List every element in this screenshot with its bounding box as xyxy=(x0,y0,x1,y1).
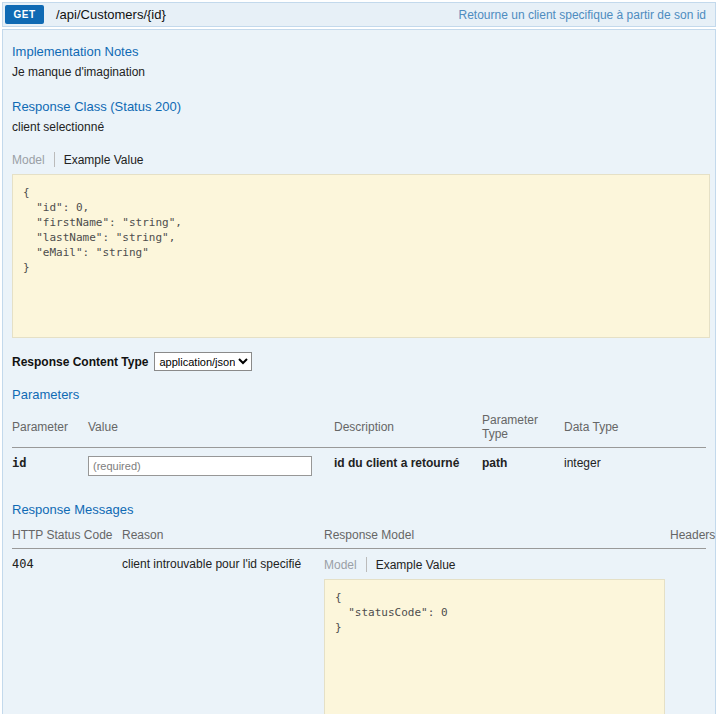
response-class-heading: Response Class (Status 200) xyxy=(12,99,706,114)
response-class-text: client selectionné xyxy=(12,120,706,134)
response-messages-table: HTTP Status Code Reason Response Model H… xyxy=(12,523,706,714)
col-value: Value xyxy=(88,408,334,448)
parameters-header-row: Parameter Value Description Parameter Ty… xyxy=(12,408,706,448)
operation-path-link[interactable]: /api/Customers/{id} xyxy=(56,7,166,22)
headers-404 xyxy=(670,549,706,714)
col-reason: Reason xyxy=(122,523,324,549)
tab-model[interactable]: Model xyxy=(12,153,45,167)
swagger-operation-panel: GET /api/Customers/{id} Retourne un clie… xyxy=(0,0,718,714)
response-content-type-select[interactable]: application/json xyxy=(154,352,252,371)
response-content-type-row: Response Content Type application/json xyxy=(12,352,706,371)
param-description: id du client a retourné xyxy=(334,448,482,485)
table-row: id id du client a retourné path integer xyxy=(12,448,706,485)
param-value-input[interactable] xyxy=(88,456,312,476)
response-class-signature-tabs: Model Example Value xyxy=(12,152,706,167)
response-404-signature-tabs: Model Example Value xyxy=(324,557,666,572)
response-404-example-json: { "statusCode": 0 } xyxy=(324,579,665,714)
reason-404: client introuvable pour l'id specifié xyxy=(122,549,324,714)
table-row: 404 client introuvable pour l'id specifi… xyxy=(12,549,706,714)
status-code-404: 404 xyxy=(12,549,122,714)
tab-separator xyxy=(366,557,367,572)
http-method-badge[interactable]: GET xyxy=(5,5,44,24)
parameters-table: Parameter Value Description Parameter Ty… xyxy=(12,408,706,484)
param-data-type: integer xyxy=(564,448,706,485)
tab-example-value[interactable]: Example Value xyxy=(376,558,456,572)
col-http-status-code: HTTP Status Code xyxy=(12,523,122,549)
response-class-example-json: { "id": 0, "firstName": "string", "lastN… xyxy=(12,174,710,338)
col-parameter: Parameter xyxy=(12,408,88,448)
param-name: id xyxy=(12,448,88,485)
response-content-type-label: Response Content Type xyxy=(12,355,148,369)
tab-example-value[interactable]: Example Value xyxy=(64,153,144,167)
implementation-notes-text: Je manque d'imagination xyxy=(12,65,706,79)
response-messages-header-row: HTTP Status Code Reason Response Model H… xyxy=(12,523,706,549)
col-data-type: Data Type xyxy=(564,408,706,448)
operation-heading-bar: GET /api/Customers/{id} Retourne un clie… xyxy=(2,2,716,27)
tab-model[interactable]: Model xyxy=(324,558,357,572)
operation-content: Implementation Notes Je manque d'imagina… xyxy=(2,29,716,714)
col-description: Description xyxy=(334,408,482,448)
col-headers: Headers xyxy=(670,523,706,549)
col-parameter-type: Parameter Type xyxy=(482,408,564,448)
response-messages-heading: Response Messages xyxy=(12,502,706,517)
param-type: path xyxy=(482,448,564,485)
parameters-heading: Parameters xyxy=(12,387,706,402)
implementation-notes-heading: Implementation Notes xyxy=(12,44,706,59)
tab-separator xyxy=(54,152,55,167)
operation-summary-link[interactable]: Retourne un client specifique à partir d… xyxy=(459,8,706,22)
col-response-model: Response Model xyxy=(324,523,670,549)
